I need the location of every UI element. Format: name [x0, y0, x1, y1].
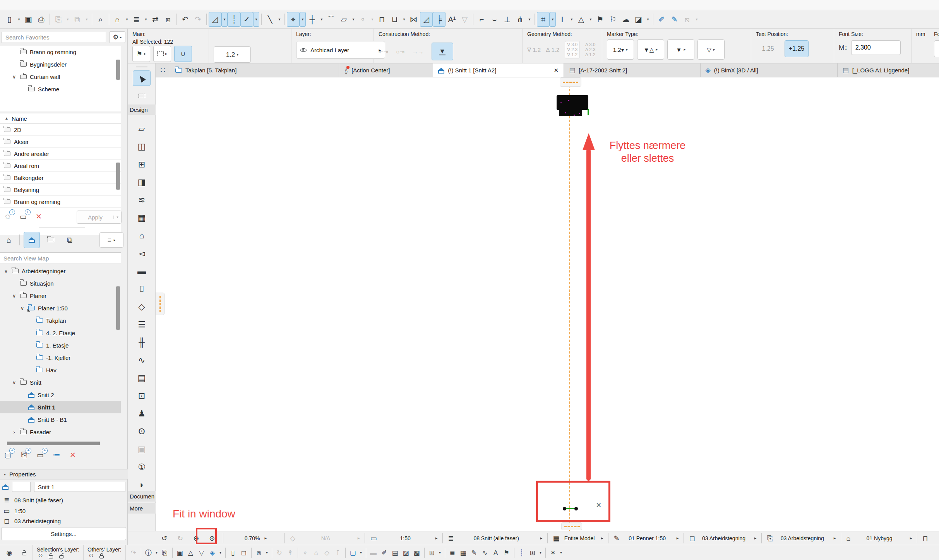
more-section-label[interactable]: More	[128, 503, 156, 514]
panel-divider[interactable]	[39, 228, 85, 228]
font-type-combo[interactable]: ✓ Arial	[934, 40, 939, 57]
view-id-input[interactable]	[12, 482, 31, 492]
statusbar-button[interactable]: ↷	[128, 547, 139, 558]
section-handle-top[interactable]	[560, 77, 581, 87]
view-map-action-button[interactable]: ⎘	[18, 449, 30, 461]
quick-option[interactable]: ▭ 1:50	[367, 531, 441, 545]
toolbar-button[interactable]: ◿	[209, 12, 221, 27]
quick-option[interactable]: ▦ Entire Model	[549, 531, 607, 545]
toolbar-button[interactable]: ⊔	[388, 12, 401, 27]
toolbar-button[interactable]	[92, 14, 92, 25]
quick-option[interactable]: ⊓	[919, 531, 934, 545]
toolbar-button[interactable]: ▽	[458, 12, 471, 27]
layer-action[interactable]	[59, 553, 63, 559]
constr-chained-icon[interactable]: ○⇥	[396, 49, 404, 55]
quick-option[interactable]: ⌂ 01 Nybygg	[843, 531, 915, 545]
layer-action[interactable]: ∅	[89, 553, 93, 559]
toolbar-button[interactable]: ⇄	[149, 12, 162, 27]
tab[interactable]: Takplan [5. Takplan] ✕	[170, 63, 339, 77]
tree-row[interactable]: Brann og rømning	[0, 46, 121, 58]
layer-action[interactable]	[99, 553, 104, 559]
tool-button[interactable]: ╫	[133, 335, 151, 350]
tool-button[interactable]: ♟	[133, 406, 151, 421]
settings-button[interactable]: Settings...	[1, 527, 126, 540]
statusbar-button[interactable]: ▢	[348, 547, 358, 558]
arrow-tool[interactable]	[133, 70, 151, 86]
marker-type-filled-button[interactable]: ▼▸	[667, 39, 694, 60]
view-map-row[interactable]: Situasjon	[0, 277, 121, 289]
favorites-list-header[interactable]: ▲ Name	[0, 113, 121, 124]
statusbar-button[interactable]: ↻	[274, 547, 285, 558]
tree-row[interactable]: ∨ Curtain wall	[0, 70, 121, 83]
quick-option[interactable]	[684, 533, 684, 543]
list-item[interactable]: Akser	[0, 136, 121, 148]
select-settings-button[interactable]: ⚑▸	[132, 46, 150, 62]
marquee-settings-button[interactable]: ▸	[153, 46, 171, 62]
toolbar-button[interactable]: ▾	[550, 12, 556, 27]
toolbar-button[interactable]: ┼	[306, 12, 319, 27]
view-map-row[interactable]: -1. Kjeller	[0, 351, 121, 364]
statusbar-button[interactable]: ▦	[458, 547, 469, 558]
quick-option[interactable]: ⎘ 03 Arbeidstegning	[763, 531, 839, 545]
view-map-row[interactable]: ∨ Planer	[0, 289, 121, 302]
layer-combo[interactable]: Archicad Layer ▸	[296, 41, 385, 59]
tool-button[interactable]: ◇	[133, 299, 151, 315]
geometry-multi-up[interactable]: ∆ 3.0∆ 2.3∆ 1.2	[585, 42, 595, 57]
toolbar-button[interactable]: ⊓	[375, 12, 388, 27]
toolbar-button[interactable]: ⧉	[71, 12, 84, 27]
expander-open-icon[interactable]: ∨	[3, 269, 9, 274]
statusbar-button[interactable]: ⌂	[311, 547, 322, 558]
quick-option[interactable]	[365, 533, 365, 543]
toolbar-button[interactable]: ▾	[588, 12, 594, 27]
favorites-action-button[interactable]: ✩	[2, 211, 14, 222]
quick-option[interactable]: ◻ 03 Arbeidstegning	[685, 531, 760, 545]
toolbar-button[interactable]: ▾	[300, 12, 306, 27]
properties-header[interactable]: ▾ Properties	[0, 469, 128, 480]
toolbar-button[interactable]: ⌂	[111, 12, 124, 27]
statusbar-button[interactable]: ◈	[207, 547, 218, 558]
toolbar-button[interactable]: ↷	[192, 12, 204, 27]
toolbar-button[interactable]	[109, 14, 109, 25]
statusbar-button[interactable]	[514, 548, 514, 558]
tool-button[interactable]: ⊡	[133, 388, 151, 404]
toolbar-button[interactable]: ▾	[65, 12, 71, 27]
tool-button[interactable]: ◅	[133, 246, 151, 261]
statusbar-button[interactable]: ◇	[322, 547, 332, 558]
statusbar-button[interactable]: ▯	[228, 547, 238, 558]
layer-toggle-button[interactable]: ◉	[4, 547, 15, 558]
toolbar-button[interactable]: ✎	[668, 12, 681, 27]
quick-option[interactable]	[917, 533, 917, 543]
search-view-map-input[interactable]	[0, 252, 121, 264]
tool-button[interactable]: ▣	[133, 442, 151, 457]
magnet-toggle[interactable]: ∪	[174, 46, 192, 62]
tool-button[interactable]: ≋	[133, 192, 151, 208]
tab[interactable]: (!) Snitt 1 [Snitt A2] ✕	[433, 63, 564, 77]
toolbar-button[interactable]	[653, 14, 653, 25]
layout-book-button[interactable]	[43, 232, 59, 248]
tool-button[interactable]: ◗	[133, 477, 151, 493]
close-tab-icon[interactable]: ✕	[554, 67, 559, 73]
toolbar-button[interactable]: ▯	[3, 12, 16, 27]
statusbar-button[interactable]: △	[185, 547, 196, 558]
list-item[interactable]: Belysning	[0, 184, 121, 196]
toolbar-button[interactable]: ◪	[632, 12, 645, 27]
quick-option[interactable]	[442, 533, 443, 543]
statusbar-button[interactable]: ▾	[559, 547, 564, 558]
toolbar-button[interactable]: ╲	[264, 12, 276, 27]
favorites-scrollbar[interactable]	[116, 60, 120, 80]
tool-button[interactable]: ☰	[133, 317, 151, 332]
statusbar-button[interactable]: ▽	[196, 547, 207, 558]
statusbar-button[interactable]: ⚑	[501, 547, 512, 558]
favorites-action-button[interactable]: ✕	[33, 211, 45, 222]
quick-option[interactable]: ✎ 01 Penner 1:50	[610, 531, 682, 545]
tab[interactable]: ▤ [A-17-2002 Snitt 2] ✕	[564, 63, 700, 77]
toolbar-button[interactable]: ▾	[569, 12, 575, 27]
list-item[interactable]: Balkongdør	[0, 172, 121, 184]
quick-option[interactable]: ◇ N/A	[286, 531, 363, 545]
font-size-input[interactable]	[851, 40, 901, 55]
statusbar-button[interactable]: ▾	[154, 547, 159, 558]
view-map-row[interactable]: Snitt 2	[0, 389, 121, 401]
pen-set-row[interactable]: ◻ 03 Arbeidstegning	[0, 515, 128, 526]
layer-toggle-button[interactable]	[19, 547, 29, 558]
toolbar-button[interactable]: ☁	[619, 12, 632, 27]
